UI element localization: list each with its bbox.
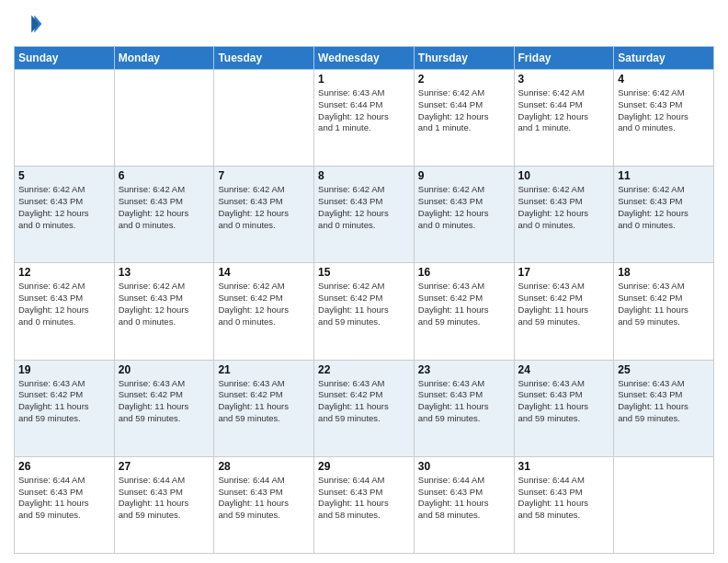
calendar-cell: 18Sunrise: 6:43 AMSunset: 6:42 PMDayligh… [614, 263, 714, 360]
day-info: Sunrise: 6:43 AMSunset: 6:42 PMDaylight:… [418, 281, 510, 327]
calendar-cell: 30Sunrise: 6:44 AMSunset: 6:43 PMDayligh… [414, 456, 514, 553]
day-info: Sunrise: 6:43 AMSunset: 6:42 PMDaylight:… [119, 378, 210, 425]
day-number: 6 [119, 169, 210, 182]
week-row-1: 5Sunrise: 6:42 AMSunset: 6:43 PMDaylight… [15, 167, 714, 263]
day-info: Sunrise: 6:42 AMSunset: 6:44 PMDaylight:… [418, 87, 510, 134]
day-number: 22 [318, 363, 410, 376]
day-info: Sunrise: 6:43 AMSunset: 6:42 PMDaylight:… [518, 281, 610, 327]
day-info: Sunrise: 6:43 AMSunset: 6:42 PMDaylight:… [318, 378, 410, 425]
day-number: 30 [418, 460, 510, 473]
day-info: Sunrise: 6:43 AMSunset: 6:43 PMDaylight:… [418, 378, 510, 425]
calendar-cell: 12Sunrise: 6:42 AMSunset: 6:43 PMDayligh… [15, 263, 115, 360]
calendar-table: SundayMondayTuesdayWednesdayThursdayFrid… [14, 46, 714, 554]
calendar-cell: 3Sunrise: 6:42 AMSunset: 6:44 PMDaylight… [514, 70, 614, 167]
calendar-cell: 31Sunrise: 6:44 AMSunset: 6:43 PMDayligh… [514, 456, 614, 553]
day-number: 5 [18, 169, 110, 182]
week-row-3: 19Sunrise: 6:43 AMSunset: 6:42 PMDayligh… [15, 360, 714, 456]
calendar-cell: 27Sunrise: 6:44 AMSunset: 6:43 PMDayligh… [114, 456, 214, 553]
day-info: Sunrise: 6:42 AMSunset: 6:43 PMDaylight:… [618, 184, 710, 231]
day-number: 24 [518, 363, 610, 376]
logo-icon [14, 9, 43, 39]
calendar-cell: 24Sunrise: 6:43 AMSunset: 6:43 PMDayligh… [514, 360, 614, 456]
day-number: 19 [18, 363, 110, 376]
calendar-cell: 21Sunrise: 6:43 AMSunset: 6:42 PMDayligh… [214, 360, 314, 456]
week-row-4: 26Sunrise: 6:44 AMSunset: 6:43 PMDayligh… [15, 456, 714, 553]
day-info: Sunrise: 6:42 AMSunset: 6:43 PMDaylight:… [518, 184, 610, 231]
day-number: 10 [518, 169, 610, 182]
day-number: 26 [18, 460, 110, 473]
day-info: Sunrise: 6:42 AMSunset: 6:43 PMDaylight:… [119, 184, 210, 231]
calendar-cell: 8Sunrise: 6:42 AMSunset: 6:43 PMDaylight… [314, 167, 415, 263]
day-info: Sunrise: 6:43 AMSunset: 6:42 PMDaylight:… [618, 281, 710, 327]
day-header-friday: Friday [514, 47, 614, 70]
day-number: 23 [418, 363, 510, 376]
day-header-sunday: Sunday [15, 47, 115, 70]
calendar-cell [114, 70, 214, 167]
calendar-cell: 29Sunrise: 6:44 AMSunset: 6:43 PMDayligh… [314, 456, 415, 553]
calendar-cell: 25Sunrise: 6:43 AMSunset: 6:43 PMDayligh… [614, 360, 714, 456]
calendar-cell: 16Sunrise: 6:43 AMSunset: 6:42 PMDayligh… [414, 263, 514, 360]
day-number: 3 [518, 73, 610, 86]
day-info: Sunrise: 6:44 AMSunset: 6:43 PMDaylight:… [18, 475, 110, 522]
day-info: Sunrise: 6:42 AMSunset: 6:43 PMDaylight:… [418, 184, 510, 231]
calendar-cell: 9Sunrise: 6:42 AMSunset: 6:43 PMDaylight… [414, 167, 514, 263]
calendar-cell: 13Sunrise: 6:42 AMSunset: 6:43 PMDayligh… [114, 263, 214, 360]
calendar-cell [15, 70, 115, 167]
day-info: Sunrise: 6:43 AMSunset: 6:43 PMDaylight:… [618, 378, 710, 425]
day-number: 18 [618, 266, 710, 279]
day-header-wednesday: Wednesday [314, 47, 415, 70]
day-info: Sunrise: 6:42 AMSunset: 6:44 PMDaylight:… [518, 87, 610, 134]
day-number: 15 [318, 266, 410, 279]
calendar-cell: 7Sunrise: 6:42 AMSunset: 6:43 PMDaylight… [214, 167, 314, 263]
day-number: 13 [119, 266, 210, 279]
calendar-cell: 14Sunrise: 6:42 AMSunset: 6:42 PMDayligh… [214, 263, 314, 360]
day-info: Sunrise: 6:42 AMSunset: 6:43 PMDaylight:… [18, 281, 110, 327]
calendar-cell: 11Sunrise: 6:42 AMSunset: 6:43 PMDayligh… [614, 167, 714, 263]
day-number: 25 [618, 363, 710, 376]
day-number: 16 [418, 266, 510, 279]
calendar-cell: 26Sunrise: 6:44 AMSunset: 6:43 PMDayligh… [15, 456, 115, 553]
calendar-cell: 1Sunrise: 6:43 AMSunset: 6:44 PMDaylight… [314, 70, 415, 167]
day-info: Sunrise: 6:42 AMSunset: 6:42 PMDaylight:… [318, 281, 410, 327]
day-number: 12 [18, 266, 110, 279]
day-number: 29 [318, 460, 410, 473]
day-number: 1 [318, 73, 410, 86]
day-number: 4 [618, 73, 710, 86]
day-info: Sunrise: 6:44 AMSunset: 6:43 PMDaylight:… [218, 475, 310, 522]
day-info: Sunrise: 6:42 AMSunset: 6:43 PMDaylight:… [318, 184, 410, 231]
day-number: 2 [418, 73, 510, 86]
calendar-cell: 4Sunrise: 6:42 AMSunset: 6:43 PMDaylight… [614, 70, 714, 167]
calendar-cell: 6Sunrise: 6:42 AMSunset: 6:43 PMDaylight… [114, 167, 214, 263]
day-info: Sunrise: 6:44 AMSunset: 6:43 PMDaylight:… [318, 475, 410, 522]
header [14, 9, 714, 39]
day-info: Sunrise: 6:44 AMSunset: 6:43 PMDaylight:… [518, 475, 610, 522]
day-header-thursday: Thursday [414, 47, 514, 70]
calendar-cell: 17Sunrise: 6:43 AMSunset: 6:42 PMDayligh… [514, 263, 614, 360]
day-info: Sunrise: 6:44 AMSunset: 6:43 PMDaylight:… [418, 475, 510, 522]
calendar-cell: 15Sunrise: 6:42 AMSunset: 6:42 PMDayligh… [314, 263, 415, 360]
calendar-cell: 5Sunrise: 6:42 AMSunset: 6:43 PMDaylight… [15, 167, 115, 263]
day-number: 21 [218, 363, 310, 376]
day-header-monday: Monday [114, 47, 214, 70]
day-info: Sunrise: 6:44 AMSunset: 6:43 PMDaylight:… [119, 475, 210, 522]
day-info: Sunrise: 6:43 AMSunset: 6:42 PMDaylight:… [218, 378, 310, 425]
day-number: 7 [218, 169, 310, 182]
day-number: 20 [119, 363, 210, 376]
day-header-tuesday: Tuesday [214, 47, 314, 70]
calendar-cell: 19Sunrise: 6:43 AMSunset: 6:42 PMDayligh… [15, 360, 115, 456]
day-number: 27 [119, 460, 210, 473]
day-info: Sunrise: 6:43 AMSunset: 6:44 PMDaylight:… [318, 87, 410, 134]
page: SundayMondayTuesdayWednesdayThursdayFrid… [0, 0, 728, 563]
day-info: Sunrise: 6:43 AMSunset: 6:42 PMDaylight:… [18, 378, 110, 425]
day-info: Sunrise: 6:43 AMSunset: 6:43 PMDaylight:… [518, 378, 610, 425]
day-number: 11 [618, 169, 710, 182]
logo [14, 9, 47, 39]
calendar-cell [614, 456, 714, 553]
calendar-cell: 23Sunrise: 6:43 AMSunset: 6:43 PMDayligh… [414, 360, 514, 456]
day-number: 28 [218, 460, 310, 473]
day-info: Sunrise: 6:42 AMSunset: 6:43 PMDaylight:… [18, 184, 110, 231]
day-header-saturday: Saturday [614, 47, 714, 70]
calendar-cell: 10Sunrise: 6:42 AMSunset: 6:43 PMDayligh… [514, 167, 614, 263]
day-number: 31 [518, 460, 610, 473]
day-number: 17 [518, 266, 610, 279]
